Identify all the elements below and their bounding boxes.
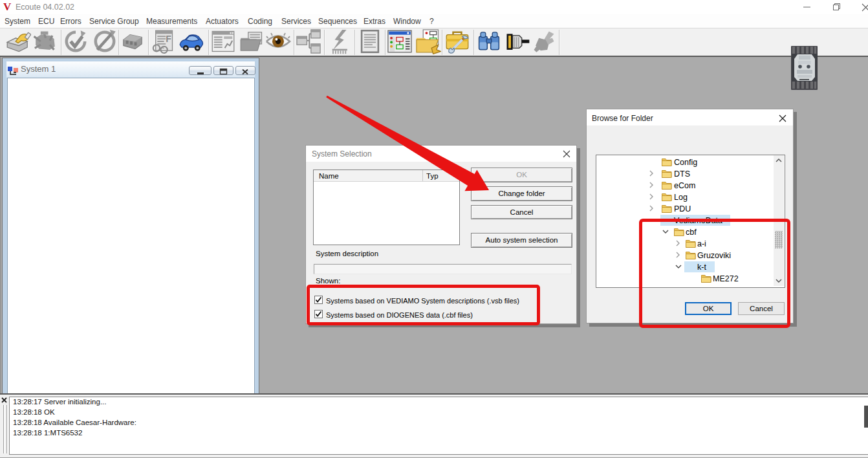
svg-text:F: F — [166, 34, 171, 44]
